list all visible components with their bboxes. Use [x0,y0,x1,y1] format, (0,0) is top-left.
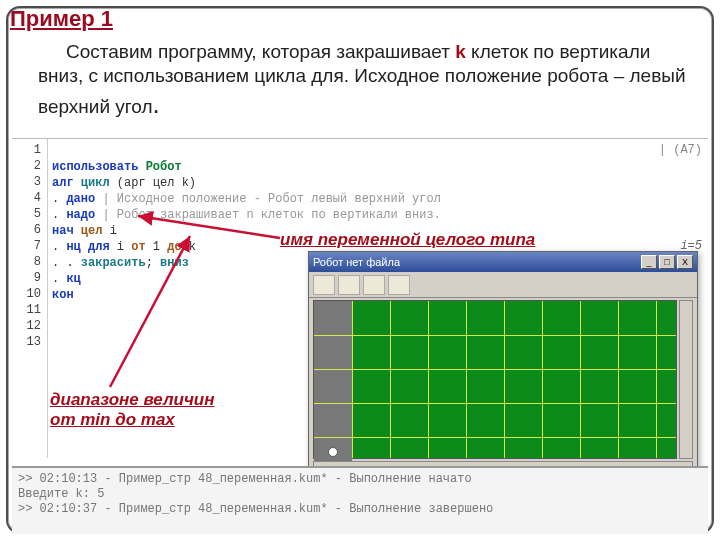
grid-line [618,301,619,458]
kw: алг [52,176,81,190]
console-line: Введите k: 5 [18,487,702,502]
slide-body: Составим программу, которая закрашивает … [38,40,700,120]
grid-line [656,301,657,458]
close-button[interactable]: X [677,255,693,269]
tok: . . [52,256,81,270]
toolbar-button[interactable] [388,275,410,295]
painted-cell [314,403,352,437]
grid-line [314,403,676,404]
margin-a7: | (A7) [659,143,702,157]
window-buttons: _ □ X [641,255,693,269]
robot-toolbar [309,272,697,298]
ln: 3 [12,175,47,191]
ln: 1 [12,143,47,159]
ln: 2 [12,159,47,175]
kw: кон [52,288,74,302]
anno-line: от min до max [50,410,175,429]
kw: Робот [146,160,182,174]
toolbar-button[interactable] [313,275,335,295]
output-console: >> 02:10:13 - Пример_стр 48_переменная.k… [12,466,708,534]
body-dot: . [153,89,160,119]
tok: . [52,208,66,222]
kw: цикл [81,176,117,190]
robot-titlebar: Робот нет файла _ □ X [309,252,697,272]
maximize-button[interactable]: □ [659,255,675,269]
grid-line [314,437,676,438]
kw: использовать [52,160,146,174]
tok: . [52,240,66,254]
ln: 6 [12,223,47,239]
annotation-range: диапазоне величин от min до max [50,390,215,429]
ln: 13 [12,335,47,351]
tok: . [52,192,66,206]
body-k: k [455,41,466,62]
kw: надо [66,208,95,222]
grid-line [466,301,467,458]
ln: 11 [12,303,47,319]
ln: 4 [12,191,47,207]
ln: 8 [12,255,47,271]
robot-title-text: Робот нет файла [313,256,400,268]
ln: 9 [12,271,47,287]
tok: . [52,272,66,286]
annotation-var-name: имя переменной целого типа [280,230,535,250]
vertical-scrollbar[interactable] [679,300,693,459]
anno-line: диапазоне величин [50,390,215,409]
line-gutter: 1 2 3 4 5 6 7 8 9 10 11 12 13 [12,139,48,458]
ln: 12 [12,319,47,335]
svg-line-1 [110,236,190,387]
grid-line [314,335,676,336]
body-part1: Составим программу, которая закрашивает [66,41,455,62]
grid-line [314,369,676,370]
ln: 10 [12,287,47,303]
console-line: >> 02:10:13 - Пример_стр 48_переменная.k… [18,472,702,487]
grid-line [428,301,429,458]
ln: 7 [12,239,47,255]
console-line: >> 02:10:37 - Пример_стр 48_переменная.k… [18,502,702,517]
kw: кц [66,272,80,286]
minimize-button[interactable]: _ [641,255,657,269]
robot-marker [328,447,338,457]
grid-line [352,301,353,458]
robot-field [313,300,677,459]
painted-cell [314,335,352,369]
ln: 5 [12,207,47,223]
toolbar-button[interactable] [338,275,360,295]
robot-window: Робот нет файла _ □ X [308,251,698,476]
arrow-to-range [100,232,220,392]
grid-line [504,301,505,458]
slide-title: Пример 1 [10,6,113,32]
painted-cell [314,301,352,335]
grid-line [580,301,581,458]
grid-line [390,301,391,458]
tok: (арг цел k) [117,176,196,190]
comment: | Исходное положение - Робот левый верхн… [95,192,441,206]
grid-line [542,301,543,458]
painted-cell [314,369,352,403]
toolbar-button[interactable] [363,275,385,295]
kw: дано [66,192,95,206]
kw: нач [52,224,81,238]
